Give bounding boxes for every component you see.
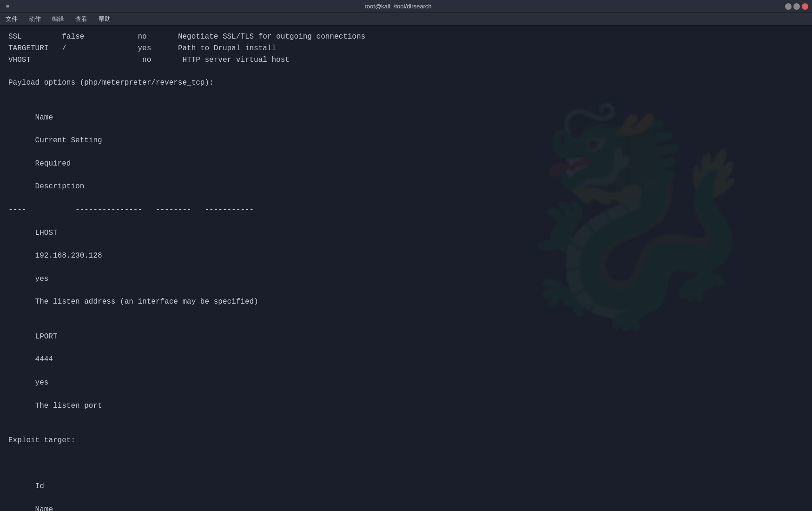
menu-action[interactable]: 动作 xyxy=(27,14,43,24)
option-targeturi: TARGETURI / yes Path to Drupal install xyxy=(8,43,804,54)
blank-line-1 xyxy=(8,66,804,77)
window-controls xyxy=(785,3,808,10)
minimize-button[interactable] xyxy=(785,3,792,10)
window-title: root@kali: /tool/dirsearch xyxy=(11,3,785,10)
menu-help[interactable]: 帮助 xyxy=(97,14,112,24)
window-icon: ■ xyxy=(4,3,11,10)
blank-line-3 xyxy=(8,423,804,435)
menu-edit[interactable]: 编辑 xyxy=(50,14,66,24)
titlebar: ■ root@kali: /tool/dirsearch xyxy=(0,0,812,13)
menu-view[interactable]: 查看 xyxy=(73,14,89,24)
exploit-col-header: Id Name xyxy=(8,458,804,511)
payload-row-lport: LPORT 4444 yes The listen port xyxy=(8,319,804,423)
option-vhost: VHOST no HTTP server virtual host xyxy=(8,54,804,66)
payload-col-header: Name Current Setting Required Descriptio… xyxy=(8,100,804,204)
payload-col-separator: ---- --------------- -------- ----------… xyxy=(8,204,804,216)
payload-header: Payload options (php/meterpreter/reverse… xyxy=(8,77,804,89)
terminal-output: SSL false no Negotiate SSL/TLS for outgo… xyxy=(0,26,812,511)
close-button[interactable] xyxy=(802,3,808,10)
payload-row-lhost: LHOST 192.168.230.128 yes The listen add… xyxy=(8,216,804,319)
maximize-button[interactable] xyxy=(793,3,800,10)
blank-line-4 xyxy=(8,446,804,458)
exploit-target-header: Exploit target: xyxy=(8,435,804,446)
option-ssl: SSL false no Negotiate SSL/TLS for outgo… xyxy=(8,31,804,43)
blank-line-2 xyxy=(8,89,804,100)
menu-file[interactable]: 文件 xyxy=(4,14,20,24)
menubar: 文件 动作 编辑 查看 帮助 xyxy=(0,13,812,26)
